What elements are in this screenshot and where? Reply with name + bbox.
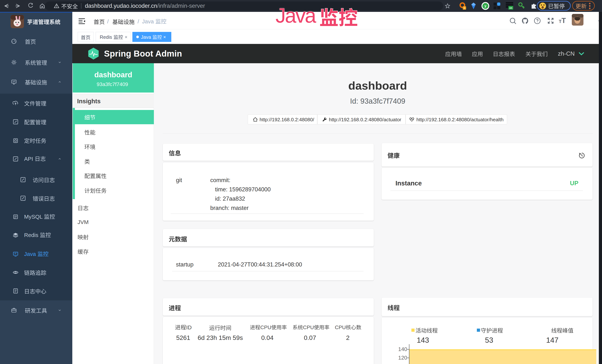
svg-text:1: 1 — [464, 7, 465, 10]
svg-text:y: y — [484, 4, 486, 8]
svg-text:on: on — [509, 7, 512, 9]
